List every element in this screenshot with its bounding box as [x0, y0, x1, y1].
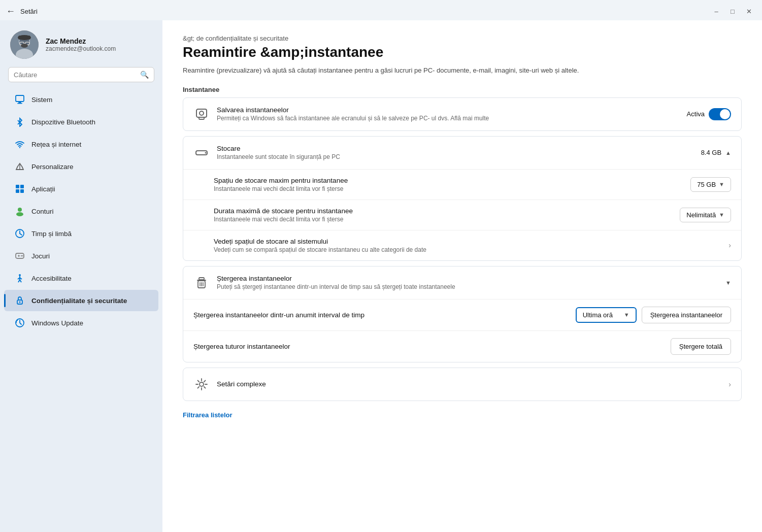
sidebar-item-windows-update[interactable]: Windows Update — [4, 312, 158, 334]
salvarea-toggle[interactable] — [709, 108, 731, 120]
bluetooth-icon — [14, 116, 25, 127]
sidebar-item-jocuri[interactable]: Jocuri — [4, 245, 158, 267]
interval-dropdown[interactable]: Ultima oră ▼ — [576, 307, 637, 323]
stergere-totala-btn[interactable]: Ștergere totală — [671, 338, 731, 355]
stocare-size: 8.4 GB — [701, 149, 721, 156]
stocare-icon — [193, 145, 210, 161]
sidebar-item-timp[interactable]: Timp și limbă — [4, 223, 158, 244]
window-controls: – □ ✕ — [709, 5, 756, 17]
durata-text: Durata maximă de stocare pentru instanta… — [214, 207, 673, 223]
search-input[interactable] — [14, 71, 137, 79]
svg-line-25 — [20, 234, 22, 235]
setari-complexe-text: Setări complexe — [217, 380, 721, 388]
svg-rect-43 — [199, 117, 204, 119]
minimize-button[interactable]: – — [709, 5, 723, 17]
stergerea-chevron: ▼ — [725, 280, 731, 286]
stocare-subtitle: Instantaneele sunt stocate în siguranță … — [217, 153, 694, 160]
toggle-thumb — [720, 109, 730, 119]
svg-rect-46 — [199, 278, 204, 280]
close-button[interactable]: ✕ — [742, 5, 756, 17]
search-box[interactable]: 🔍 — [8, 67, 154, 82]
svg-rect-41 — [196, 109, 207, 117]
sidebar-item-aplicatii[interactable]: Aplicații — [4, 178, 158, 200]
interval-action: Ultima oră ▼ Ștergerea instantaneelor — [576, 307, 731, 323]
svg-point-22 — [16, 212, 23, 216]
stocare-header-row: Stocare Instantaneele sunt stocate în si… — [183, 137, 741, 169]
stocare-card: Stocare Instantaneele sunt stocate în si… — [183, 136, 742, 261]
jocuri-icon — [14, 250, 25, 261]
stocare-chevron-up: ▲ — [725, 150, 731, 156]
setari-complexe-action: › — [728, 380, 731, 388]
setari-complexe-title: Setări complexe — [217, 380, 721, 388]
interval-chevron: ▼ — [624, 312, 630, 318]
spatiu-text: Spațiu de stocare maxim pentru instantan… — [214, 177, 683, 192]
salvarea-title: Salvarea instantaneelor — [217, 106, 680, 114]
svg-line-36 — [20, 280, 21, 282]
stergerea-title: Ștergerea instantaneelor — [217, 275, 718, 282]
durata-action: Nelimitată ▼ — [680, 208, 731, 222]
toate-row: Ștergerea tuturor instantaneelor Șterger… — [183, 330, 741, 362]
user-section: Zac Mendez zacmendez@outlook.com — [0, 20, 162, 67]
spatiu-row: Spațiu de stocare maxim pentru instantan… — [183, 169, 741, 200]
sidebar-label-retea: Rețea și internet — [31, 141, 81, 148]
stocare-text: Stocare Instantaneele sunt stocate în si… — [217, 145, 694, 160]
durata-title: Durata maximă de stocare pentru instanta… — [214, 207, 673, 215]
section-label: Instantanee — [183, 86, 742, 93]
spatiu-action: 75 GB ▼ — [690, 177, 731, 192]
svg-rect-5 — [18, 36, 30, 40]
titlebar: ← Setări – □ ✕ — [0, 0, 762, 20]
salvarea-row: Salvarea instantaneelor Permiteți ca Win… — [183, 98, 741, 130]
filtrarea-label[interactable]: Filtrarea listelor — [183, 411, 742, 419]
toate-action: Ștergere totală — [671, 338, 731, 355]
timp-icon — [14, 228, 25, 239]
svg-point-42 — [200, 111, 204, 115]
sidebar-item-sistem[interactable]: Sistem — [4, 89, 158, 110]
interval-title: Ștergerea instantaneelor dintr-un anumit… — [193, 311, 569, 319]
interval-row: Ștergerea instantaneelor dintr-un anumit… — [183, 299, 741, 330]
stergerea-text: Ștergerea instantaneelor Puteți să șterg… — [217, 275, 718, 290]
stergerea-instantanee-btn[interactable]: Ștergerea instantaneelor — [642, 307, 731, 323]
sistem-icon — [14, 94, 25, 105]
search-icon: 🔍 — [140, 71, 149, 79]
stocare-action: 8.4 GB ▲ — [701, 149, 731, 156]
sidebar-item-personalizare[interactable]: Personalizare — [4, 156, 158, 177]
user-email: zacmendez@outlook.com — [46, 45, 116, 52]
sidebar-label-confidentialitate: Confidențialitate și securitate — [31, 297, 127, 305]
svg-point-9 — [21, 44, 28, 48]
vedeti-action: › — [728, 241, 731, 249]
spatiu-chevron: ▼ — [719, 181, 724, 187]
svg-point-30 — [22, 255, 23, 256]
setari-complexe-card: Setări complexe › — [183, 368, 742, 401]
setari-complexe-row[interactable]: Setări complexe › — [183, 368, 741, 401]
toggle-label: Activa — [687, 110, 705, 118]
breadcrumb: &gt; de confidențialitate și securitate — [183, 35, 742, 42]
svg-point-29 — [21, 255, 22, 256]
durata-dropdown[interactable]: Nelimitată ▼ — [680, 208, 731, 222]
svg-point-21 — [18, 208, 22, 212]
sidebar-item-conturi[interactable]: Conturi — [4, 201, 158, 222]
vedeti-arrow: › — [728, 241, 731, 249]
sidebar-item-bluetooth[interactable]: Dispozitive Bluetooth — [4, 111, 158, 132]
stergerea-header-row: Ștergerea instantaneelor Puteți să șterg… — [183, 267, 741, 299]
sidebar-label-aplicatii: Aplicații — [31, 185, 55, 193]
sidebar-item-confidentialitate[interactable]: Confidențialitate și securitate — [4, 290, 158, 311]
spatiu-subtitle: Instantaneele mai vechi decât limita vor… — [214, 185, 683, 192]
spatiu-value: 75 GB — [697, 181, 716, 188]
accesibilitate-icon — [14, 273, 25, 284]
durata-value: Nelimitată — [686, 211, 716, 219]
sidebar-label-timp: Timp și limbă — [31, 230, 72, 238]
sidebar-label-personalizare: Personalizare — [31, 163, 74, 171]
sidebar-item-accesibilitate[interactable]: Accesibilitate — [4, 268, 158, 289]
wifi-icon — [14, 139, 25, 150]
aplicatii-icon — [14, 183, 25, 194]
back-button[interactable]: ← — [6, 6, 15, 17]
maximize-button[interactable]: □ — [725, 5, 740, 17]
stergerea-icon — [193, 275, 210, 291]
salvarea-card: Salvarea instantaneelor Permiteți ca Win… — [183, 97, 742, 131]
setari-complexe-arrow: › — [728, 380, 731, 388]
main-content: &gt; de confidențialitate și securitate … — [162, 20, 762, 532]
sidebar-label-windows-update: Windows Update — [31, 319, 83, 327]
sidebar-item-retea[interactable]: Rețea și internet — [4, 134, 158, 155]
spatiu-dropdown[interactable]: 75 GB ▼ — [690, 177, 731, 192]
vedeti-row[interactable]: Vedeți spațiul de stocare al sistemului … — [183, 230, 741, 260]
